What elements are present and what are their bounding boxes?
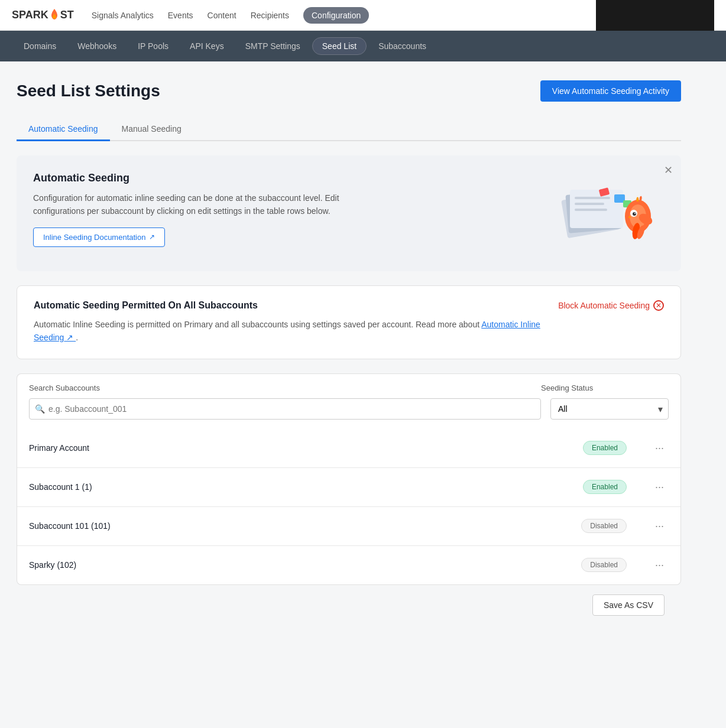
nav-domains[interactable]: Domains	[14, 38, 66, 54]
account-name: Subaccount 101 (101)	[29, 521, 581, 531]
svg-point-11	[633, 212, 636, 216]
filter-labels: Search Subaccounts Seeding Status	[29, 384, 669, 392]
row-menu-button[interactable]: ···	[650, 479, 669, 496]
status-card-body: Automatic Inline Seeding is permitted on…	[34, 318, 558, 344]
info-card-illustration	[534, 172, 665, 255]
status-badge: Disabled	[581, 519, 627, 533]
block-automatic-seeding-button[interactable]: Block Automatic Seeding ✕	[558, 300, 664, 311]
row-menu-button[interactable]: ···	[650, 557, 669, 574]
block-btn-label: Block Automatic Seeding	[558, 301, 650, 310]
search-wrap: 🔍	[29, 398, 541, 420]
nav-seed-list[interactable]: Seed List	[312, 37, 367, 55]
account-name: Primary Account	[29, 443, 583, 453]
block-icon: ✕	[653, 300, 664, 311]
svg-point-12	[634, 213, 636, 214]
view-activity-button[interactable]: View Automatic Seeding Activity	[540, 80, 681, 102]
tab-manual-seeding[interactable]: Manual Seeding	[110, 118, 193, 141]
nav-subaccounts[interactable]: Subaccounts	[369, 38, 436, 54]
page-header: Seed List Settings View Automatic Seedin…	[17, 80, 681, 102]
search-subaccounts-input[interactable]	[29, 398, 541, 420]
doc-btn-label: Inline Seeding Documentation	[43, 233, 145, 242]
rocket-illustration-svg	[540, 172, 659, 255]
account-name: Subaccount 1 (1)	[29, 482, 583, 492]
status-badge: Disabled	[581, 558, 627, 572]
account-name: Sparky (102)	[29, 560, 581, 570]
save-as-csv-button[interactable]: Save As CSV	[592, 594, 665, 616]
page-title: Seed List Settings	[17, 82, 160, 100]
svg-rect-4	[575, 203, 604, 205]
info-card: Automatic Seeding Configuration for auto…	[17, 155, 681, 271]
svg-rect-3	[575, 197, 610, 199]
table-row: Primary Account Enabled ···	[17, 429, 680, 467]
search-label: Search Subaccounts	[29, 384, 527, 392]
logo-post-text: ST	[60, 9, 74, 21]
row-menu-button[interactable]: ···	[650, 518, 669, 535]
status-card-content: Automatic Seeding Permitted On All Subac…	[34, 300, 558, 344]
info-card-title: Automatic Seeding	[33, 172, 364, 184]
status-card: Automatic Seeding Permitted On All Subac…	[17, 285, 681, 359]
info-card-body: Configuration for automatic inline seedi…	[33, 191, 364, 218]
table-row: Subaccount 101 (101) Disabled ···	[17, 506, 680, 545]
info-card-content: Automatic Seeding Configuration for auto…	[33, 172, 364, 247]
table-row: Sparky (102) Disabled ···	[17, 545, 680, 584]
status-label: Seeding Status	[541, 384, 669, 392]
logo-spark-text: SPARK	[12, 9, 48, 21]
nav-ip-pools[interactable]: IP Pools	[128, 38, 178, 54]
table-row: Subaccount 1 (1) Enabled ···	[17, 467, 680, 506]
status-badge: Enabled	[583, 441, 627, 455]
row-menu-button[interactable]: ···	[650, 440, 669, 457]
nav-smtp-settings[interactable]: SMTP Settings	[236, 38, 310, 54]
tab-bar: Automatic Seeding Manual Seeding	[17, 118, 681, 141]
search-icon: 🔍	[35, 404, 45, 414]
status-badge: Enabled	[583, 480, 627, 494]
nav-recipients[interactable]: Recipients	[251, 11, 289, 20]
top-navigation: SPARK ST Signals Analytics Events Conten…	[0, 0, 726, 31]
nav-api-keys[interactable]: API Keys	[180, 38, 234, 54]
status-card-title: Automatic Seeding Permitted On All Subac…	[34, 300, 558, 311]
filter-inputs: 🔍 All Enabled Disabled ▾	[29, 398, 669, 429]
svg-rect-5	[575, 209, 607, 211]
page-content: Seed List Settings View Automatic Seedin…	[0, 61, 698, 644]
info-card-close-button[interactable]: ✕	[664, 164, 673, 177]
seeding-status-wrap: All Enabled Disabled ▾	[550, 398, 669, 420]
nav-events[interactable]: Events	[168, 11, 193, 20]
nav-content[interactable]: Content	[208, 11, 236, 20]
nav-signals-analytics[interactable]: Signals Analytics	[92, 11, 154, 20]
nav-configuration[interactable]: Configuration	[303, 7, 369, 24]
filter-row: Search Subaccounts Seeding Status 🔍 All …	[17, 373, 681, 429]
page-footer: Save As CSV	[17, 585, 681, 625]
inline-seeding-doc-button[interactable]: Inline Seeding Documentation ↗	[33, 228, 165, 247]
seeding-status-select[interactable]: All Enabled Disabled	[550, 398, 669, 420]
nav-webhooks[interactable]: Webhooks	[68, 38, 126, 54]
tab-automatic-seeding[interactable]: Automatic Seeding	[17, 118, 110, 141]
second-navigation: Domains Webhooks IP Pools API Keys SMTP …	[0, 31, 726, 61]
flame-icon	[49, 9, 60, 22]
top-nav-right-panel	[596, 0, 714, 31]
logo[interactable]: SPARK ST	[12, 9, 74, 22]
external-link-icon: ↗	[149, 233, 155, 241]
accounts-table: Primary Account Enabled ··· Subaccount 1…	[17, 429, 681, 585]
top-nav-links: Signals Analytics Events Content Recipie…	[92, 7, 370, 24]
